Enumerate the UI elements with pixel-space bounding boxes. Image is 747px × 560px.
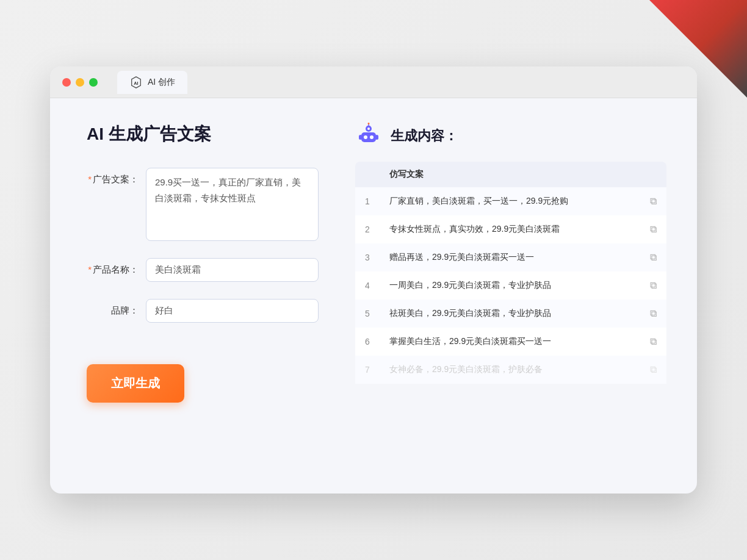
brand-label: 品牌： [87,299,139,317]
svg-rect-9 [367,126,370,127]
svg-point-6 [364,135,367,139]
row-number: 4 [355,271,380,300]
product-name-group: *产品名称： [87,258,319,282]
minimize-button[interactable] [76,78,84,87]
close-button[interactable] [62,78,71,87]
table-row: 6掌握美白生活，29.9元美白淡斑霜买一送一⧉ [355,328,666,356]
right-panel: 生成内容： 仿写文案 1厂家直销，美白淡斑霜，买一送一，29.9元抢购⧉2专抹女… [355,123,666,469]
result-header: 生成内容： [355,123,666,149]
product-name-label: *产品名称： [87,258,139,276]
row-text: 女神必备，29.9元美白淡斑霜，护肤必备 [380,356,640,384]
row-number: 5 [355,300,380,328]
table-row: 3赠品再送，29.9元美白淡斑霜买一送一⧉ [355,243,666,271]
copy-cell: ⧉ [640,243,666,271]
row-text: 一周美白，29.9元美白淡斑霜，专业护肤品 [380,271,640,300]
svg-rect-4 [359,135,362,140]
table-row: 7女神必备，29.9元美白淡斑霜，护肤必备⧉ [355,356,666,384]
copy-cell: ⧉ [640,356,666,384]
svg-text:AI: AI [134,80,138,85]
copy-button[interactable]: ⧉ [650,364,657,375]
copy-button[interactable]: ⧉ [650,252,657,263]
row-number: 7 [355,356,380,384]
window-controls [62,78,98,87]
tab-ai-creation[interactable]: AI AI 创作 [117,71,187,94]
copy-cell: ⧉ [640,300,666,328]
brand-group: 品牌： [87,299,319,323]
table-header-num [355,162,380,187]
copy-button[interactable]: ⧉ [650,280,657,291]
row-text: 祛斑美白，29.9元美白淡斑霜，专业护肤品 [380,300,640,328]
ad-copy-label: *广告文案： [87,168,139,185]
row-text: 厂家直销，美白淡斑霜，买一送一，29.9元抢购 [380,187,640,215]
table-row: 1厂家直销，美白淡斑霜，买一送一，29.9元抢购⧉ [355,187,666,215]
table-header-copy: 仿写文案 [380,162,640,187]
page-title: AI 生成广告文案 [87,123,319,146]
svg-point-8 [367,127,370,130]
svg-rect-3 [361,132,376,142]
table-header-action [640,162,666,187]
content-area: AI 生成广告文案 *广告文案： 29.9买一送一，真正的厂家直销，美白淡斑霜，… [50,98,697,494]
ad-copy-input[interactable]: 29.9买一送一，真正的厂家直销，美白淡斑霜，专抹女性斑点 [146,168,319,241]
table-row: 4一周美白，29.9元美白淡斑霜，专业护肤品⧉ [355,271,666,300]
row-number: 1 [355,187,380,215]
copy-button[interactable]: ⧉ [650,336,657,347]
row-number: 6 [355,328,380,356]
row-text: 专抹女性斑点，真实功效，29.9元美白淡斑霜 [380,215,640,243]
copy-cell: ⧉ [640,215,666,243]
title-bar: AI AI 创作 [50,66,697,98]
tab-title: AI 创作 [148,77,175,88]
robot-icon [355,123,382,149]
browser-window: AI AI 创作 AI 生成广告文案 *广告文案： 29.9买一送一，真正的厂家… [50,66,697,494]
product-name-input[interactable] [146,258,319,282]
copy-cell: ⧉ [640,328,666,356]
copy-cell: ⧉ [640,271,666,300]
row-number: 3 [355,243,380,271]
maximize-button[interactable] [89,78,98,87]
row-text: 掌握美白生活，29.9元美白淡斑霜买一送一 [380,328,640,356]
table-row: 5祛斑美白，29.9元美白淡斑霜，专业护肤品⧉ [355,300,666,328]
row-number: 2 [355,215,380,243]
result-title: 生成内容： [391,127,458,145]
svg-rect-5 [375,135,378,140]
copy-button[interactable]: ⧉ [650,196,657,207]
generate-button[interactable]: 立即生成 [87,364,184,403]
copy-cell: ⧉ [640,187,666,215]
svg-point-11 [368,123,370,124]
result-table: 仿写文案 1厂家直销，美白淡斑霜，买一送一，29.9元抢购⧉2专抹女性斑点，真实… [355,162,666,384]
product-name-required: * [88,264,92,275]
table-row: 2专抹女性斑点，真实功效，29.9元美白淡斑霜⧉ [355,215,666,243]
row-text: 赠品再送，29.9元美白淡斑霜买一送一 [380,243,640,271]
svg-point-7 [370,135,374,139]
brand-input[interactable] [146,299,319,323]
left-panel: AI 生成广告文案 *广告文案： 29.9买一送一，真正的厂家直销，美白淡斑霜，… [87,123,319,469]
copy-button[interactable]: ⧉ [650,308,657,319]
copy-button[interactable]: ⧉ [650,224,657,235]
ad-copy-group: *广告文案： 29.9买一送一，真正的厂家直销，美白淡斑霜，专抹女性斑点 [87,168,319,241]
ad-copy-required: * [88,174,92,184]
ai-tab-icon: AI [129,76,143,89]
